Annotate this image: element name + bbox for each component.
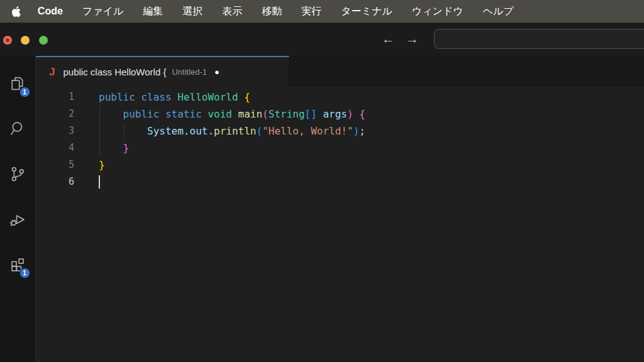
indent-guide — [124, 123, 125, 140]
macos-menu-bar: Code ファイル 編集 選択 表示 移動 実行 ターミナル ウィンドウ ヘルプ — [0, 0, 644, 23]
code-line: 3 System.out.println("Hello, World!"); — [36, 123, 644, 140]
code-token: main — [238, 108, 263, 120]
code-token — [135, 91, 142, 103]
line-number[interactable]: 2 — [36, 106, 74, 123]
code-token: out — [190, 125, 208, 137]
code-token — [202, 108, 208, 120]
code-token: class — [141, 91, 171, 103]
code-token — [99, 125, 147, 137]
code-token — [99, 108, 123, 120]
tab-untitled-1[interactable]: J public class HelloWorld { Untitled-1 ● — [36, 56, 289, 87]
line-number[interactable]: 6 — [36, 173, 74, 190]
line-number[interactable]: 3 — [36, 123, 74, 140]
menu-item-terminal[interactable]: ターミナル — [341, 5, 392, 18]
code-line: 6 — [36, 173, 644, 190]
line-content[interactable]: } — [99, 156, 644, 173]
navigate-back-icon[interactable]: ← — [382, 31, 395, 47]
code-token — [238, 91, 245, 103]
code-token: "Hello, World!" — [262, 125, 353, 137]
line-content[interactable]: public static void main(String[] args) { — [99, 106, 644, 123]
indent-guide — [99, 106, 100, 123]
activity-bar: 1 — [0, 56, 36, 362]
indent-guide — [99, 123, 100, 140]
code-token: ( — [262, 108, 269, 120]
menu-item-window[interactable]: ウィンドウ — [412, 5, 464, 18]
extensions-icon[interactable]: 1 — [0, 242, 36, 287]
tab-bar: J public class HelloWorld { Untitled-1 ● — [36, 56, 644, 87]
text-cursor — [99, 175, 100, 189]
code-line: 4 } — [36, 140, 644, 156]
unsaved-changes-dot[interactable]: ● — [214, 67, 219, 77]
code-token: { — [244, 91, 250, 103]
code-token: String — [269, 108, 305, 120]
tab-title: public class HelloWorld { — [63, 67, 166, 77]
code-token — [172, 91, 178, 103]
code-token: HelloWorld — [177, 91, 238, 103]
code-token: { — [359, 108, 365, 120]
line-number[interactable]: 4 — [36, 140, 74, 156]
extensions-badge: 1 — [19, 268, 30, 278]
java-file-icon: J — [49, 66, 55, 79]
minimize-window-button[interactable] — [21, 36, 30, 45]
code-token: ; — [359, 125, 365, 137]
code-token: ( — [256, 125, 262, 137]
code-token: static — [165, 108, 202, 120]
navigate-forward-icon[interactable]: → — [406, 31, 419, 47]
menu-item-run[interactable]: 実行 — [301, 5, 321, 18]
code-token: [] — [305, 108, 317, 120]
code-token — [159, 108, 165, 120]
editor-group: J public class HelloWorld { Untitled-1 ●… — [36, 56, 644, 362]
line-content[interactable]: } — [99, 140, 644, 156]
indent-guide — [99, 140, 100, 156]
line-content[interactable]: public class HelloWorld { — [99, 89, 644, 106]
code-token — [99, 142, 123, 154]
code-line: 1public class HelloWorld { — [36, 89, 644, 106]
tab-description: Untitled-1 — [172, 67, 207, 77]
code-token: } — [123, 142, 130, 154]
search-icon[interactable] — [0, 106, 36, 151]
code-token — [353, 108, 360, 120]
code-token: public — [123, 108, 160, 120]
line-content[interactable]: System.out.println("Hello, World!"); — [99, 123, 644, 140]
code-line: 2 public static void main(String[] args)… — [36, 106, 644, 123]
line-number[interactable]: 5 — [36, 156, 74, 173]
source-control-icon[interactable] — [0, 151, 36, 197]
code-token: ) — [353, 125, 360, 137]
code-line: 5} — [36, 156, 644, 173]
vscode-window: Code ファイル 編集 選択 表示 移動 実行 ターミナル ウィンドウ ヘルプ… — [0, 0, 644, 362]
code-lines: 1public class HelloWorld {2 public stati… — [36, 87, 644, 362]
code-token — [317, 108, 323, 120]
menu-item-view[interactable]: 表示 — [222, 5, 242, 18]
command-center-search-box[interactable] — [434, 29, 644, 49]
code-token: ) — [347, 108, 353, 120]
menu-item-go[interactable]: 移動 — [262, 5, 282, 18]
code-token — [232, 108, 238, 120]
code-token: args — [323, 108, 347, 120]
code-token: println — [214, 125, 256, 137]
line-number[interactable]: 1 — [36, 89, 74, 106]
code-token: } — [99, 159, 105, 171]
code-token: void — [208, 108, 232, 120]
title-bar: ← → — [0, 23, 644, 56]
menu-item-file[interactable]: ファイル — [82, 5, 124, 18]
workbench: 1 — [0, 56, 644, 362]
explorer-icon[interactable]: 1 — [0, 61, 36, 106]
code-token: . — [208, 125, 214, 137]
menu-item-help[interactable]: ヘルプ — [483, 5, 514, 18]
code-token: public — [99, 91, 135, 103]
close-window-button[interactable] — [3, 36, 12, 45]
code-token: . — [184, 125, 190, 137]
run-and-debug-icon[interactable] — [0, 197, 36, 242]
line-content[interactable] — [99, 173, 644, 190]
explorer-badge: 1 — [19, 87, 30, 97]
zoom-window-button[interactable] — [39, 36, 48, 45]
menu-item-selection[interactable]: 選択 — [182, 5, 203, 18]
code-token: System — [147, 125, 184, 137]
menu-item-edit[interactable]: 編集 — [143, 5, 163, 18]
app-menu-code[interactable]: Code — [38, 6, 63, 17]
apple-menu-icon[interactable] — [12, 6, 21, 17]
